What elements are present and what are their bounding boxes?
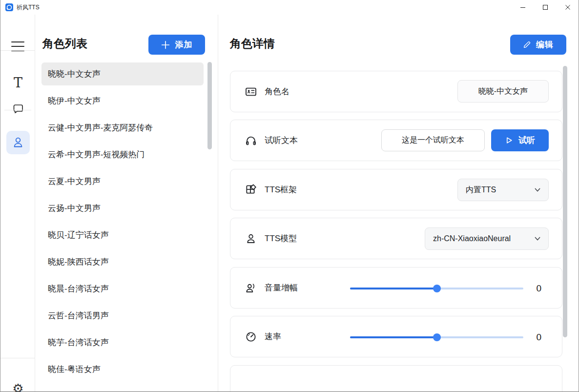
- list-item[interactable]: 晓佳-粤语女声: [41, 358, 204, 381]
- field-label: TTS框架: [265, 184, 297, 195]
- components-icon: [245, 184, 257, 196]
- role-list-title: 角色列表: [42, 36, 87, 51]
- slider-handle[interactable]: [433, 333, 441, 341]
- plus-icon: [161, 41, 170, 49]
- volume-card: 音量增幅 0: [230, 267, 562, 309]
- role-name-card: 角色名 晓晓-中文女声: [230, 71, 562, 112]
- list-item[interactable]: 云健-中文男声-麦克阿瑟传奇: [41, 116, 204, 139]
- rate-card: 速率 0: [230, 316, 562, 357]
- app-window: 祈风TTS T ⚙ 角色列表: [0, 0, 579, 392]
- role-name-value: 晓晓-中文女声: [457, 80, 549, 103]
- list-item[interactable]: 晓伊-中文女声: [41, 89, 204, 112]
- person-speaking-icon: [245, 282, 257, 294]
- titlebar: 祈风TTS: [0, 0, 579, 15]
- audition-play-button[interactable]: 试听: [491, 129, 549, 151]
- play-icon: [505, 136, 513, 144]
- settings-gear-icon[interactable]: ⚙: [6, 377, 30, 392]
- rate-slider[interactable]: [350, 336, 523, 338]
- detail-scrollbar[interactable]: [563, 66, 567, 337]
- list-item[interactable]: 晓晨-台湾话女声: [41, 277, 204, 300]
- app-title: 祈风TTS: [17, 0, 40, 15]
- field-label: 角色名: [265, 86, 290, 97]
- audition-text-input[interactable]: [381, 129, 485, 151]
- list-scrollbar[interactable]: [207, 62, 212, 149]
- model-select[interactable]: zh-CN-XiaoxiaoNeural: [425, 227, 549, 250]
- list-item[interactable]: 云夏-中文男声: [41, 170, 204, 193]
- person-icon: [11, 136, 25, 149]
- id-card-icon: [245, 86, 257, 98]
- role-detail-title: 角色详情: [230, 36, 275, 51]
- close-button[interactable]: [557, 0, 579, 15]
- chevron-down-icon: [534, 186, 541, 194]
- rail-divider: [4, 110, 31, 110]
- minimize-button[interactable]: [512, 0, 534, 15]
- framework-select[interactable]: 内置TTS: [457, 179, 549, 201]
- menu-icon[interactable]: [11, 41, 24, 51]
- field-label: 试听文本: [265, 135, 298, 146]
- speedometer-icon: [245, 331, 257, 343]
- rate-value: 0: [536, 316, 541, 358]
- model-card: TTS模型 zh-CN-XiaoxiaoNeural: [230, 218, 562, 259]
- panel-divider: [218, 15, 218, 392]
- field-label: 音量增幅: [265, 282, 298, 293]
- chevron-down-icon: [534, 235, 541, 243]
- app-logo-icon: [5, 3, 13, 11]
- person-icon: [245, 233, 257, 245]
- audition-card: 试听文本 试听: [230, 120, 562, 161]
- field-label: 速率: [265, 331, 281, 342]
- slider-handle[interactable]: [433, 285, 441, 292]
- edit-button[interactable]: 编辑: [510, 35, 566, 55]
- icon-rail: T ⚙: [0, 15, 35, 392]
- text-tool-icon[interactable]: T: [6, 74, 30, 91]
- list-item[interactable]: 晓晓-中文女声: [41, 62, 204, 85]
- pencil-icon: [523, 41, 531, 49]
- volume-slider[interactable]: [350, 288, 523, 289]
- list-item[interactable]: 晓芋-台湾话女声: [41, 331, 204, 354]
- partial-card: [230, 365, 562, 392]
- headphones-icon: [245, 135, 257, 146]
- list-item[interactable]: 云希-中文男声-短视频热门: [41, 143, 204, 166]
- list-item[interactable]: 晓妮-陕西话女声: [41, 250, 204, 273]
- maximize-button[interactable]: [534, 0, 557, 15]
- volume-value: 0: [536, 268, 541, 309]
- chat-icon[interactable]: [6, 101, 30, 117]
- framework-card: TTS框架 内置TTS: [230, 169, 562, 210]
- list-item[interactable]: 晓贝-辽宁话女声: [41, 224, 204, 247]
- field-label: TTS模型: [265, 233, 297, 244]
- list-item[interactable]: 云哲-台湾话男声: [41, 304, 204, 327]
- rail-divider: [0, 358, 35, 358]
- rail-divider: [0, 50, 35, 51]
- list-item[interactable]: 云扬-中文男声: [41, 197, 204, 220]
- add-role-button[interactable]: 添加: [148, 35, 205, 55]
- roles-tab-selected[interactable]: [6, 131, 30, 154]
